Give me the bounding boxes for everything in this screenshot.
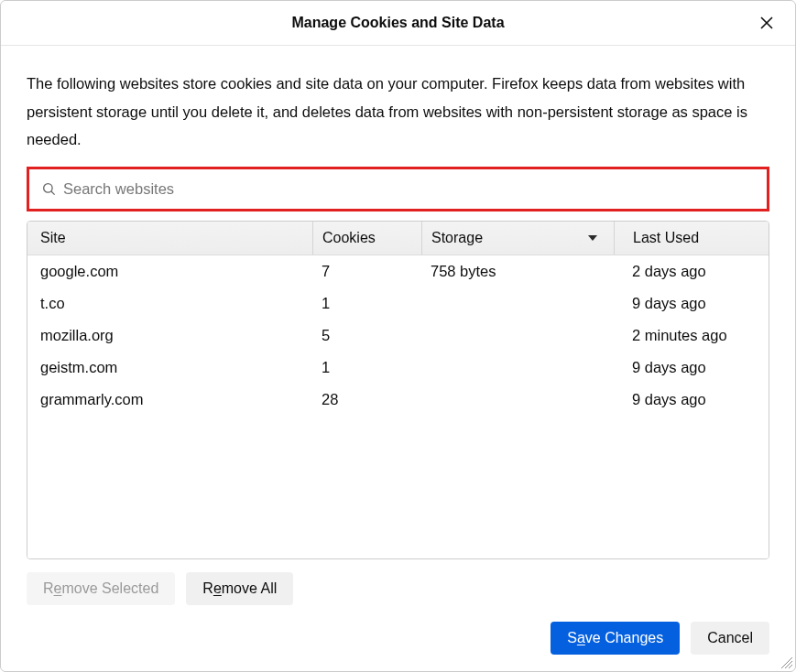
search-input[interactable] <box>63 180 754 198</box>
svg-line-3 <box>51 190 55 194</box>
cell-site: mozilla.org <box>27 327 312 344</box>
dialog-footer: Save Changes Cancel <box>1 622 795 671</box>
remove-selected-button[interactable]: Remove Selected <box>27 572 175 605</box>
cell-last-used: 2 minutes ago <box>614 327 769 344</box>
table-row[interactable]: grammarly.com289 days ago <box>27 384 769 416</box>
table-row[interactable]: geistm.com19 days ago <box>27 352 769 384</box>
close-icon <box>759 16 774 30</box>
dialog-content: The following websites store cookies and… <box>1 46 795 609</box>
table-header: Site Cookies Storage Last Used <box>27 222 769 255</box>
cell-cookies: 7 <box>312 263 421 280</box>
search-highlight-box <box>27 167 769 211</box>
cell-last-used: 9 days ago <box>614 359 769 376</box>
sites-table: Site Cookies Storage Last Used google.co… <box>27 221 769 559</box>
cell-last-used: 9 days ago <box>614 391 769 408</box>
column-label: Site <box>40 230 66 246</box>
cell-cookies: 1 <box>312 295 421 312</box>
dialog-header: Manage Cookies and Site Data <box>1 1 795 46</box>
dialog-title: Manage Cookies and Site Data <box>291 15 504 31</box>
cell-storage: 758 bytes <box>421 263 614 280</box>
column-label: Cookies <box>322 230 376 246</box>
cell-last-used: 9 days ago <box>614 295 769 312</box>
dialog-description: The following websites store cookies and… <box>27 70 769 154</box>
table-row[interactable]: google.com7758 bytes2 days ago <box>27 255 769 287</box>
table-body[interactable]: google.com7758 bytes2 days agot.co19 day… <box>27 255 769 558</box>
close-button[interactable] <box>757 13 777 33</box>
svg-line-6 <box>789 665 792 668</box>
cell-cookies: 5 <box>312 327 421 344</box>
column-header-last-used[interactable]: Last Used <box>614 222 769 255</box>
search-box[interactable] <box>33 173 763 205</box>
save-changes-button[interactable]: Save Changes <box>551 622 680 655</box>
table-row[interactable]: mozilla.org52 minutes ago <box>27 320 769 352</box>
cell-last-used: 2 days ago <box>614 263 769 280</box>
cell-site: grammarly.com <box>27 391 312 408</box>
cell-site: t.co <box>27 295 312 312</box>
column-header-storage[interactable]: Storage <box>421 222 614 255</box>
column-header-cookies[interactable]: Cookies <box>312 222 421 255</box>
table-actions: Remove Selected Remove All <box>27 572 769 605</box>
cell-cookies: 28 <box>312 391 421 408</box>
column-label: Last Used <box>633 230 699 246</box>
column-label: Storage <box>431 230 483 246</box>
column-header-site[interactable]: Site <box>27 222 312 255</box>
sort-descending-icon <box>588 235 597 241</box>
resize-grip-icon[interactable] <box>779 655 793 669</box>
cell-cookies: 1 <box>312 359 421 376</box>
svg-point-2 <box>44 183 52 191</box>
cell-site: google.com <box>27 263 312 280</box>
search-icon <box>42 182 56 196</box>
table-row[interactable]: t.co19 days ago <box>27 287 769 320</box>
svg-line-5 <box>785 661 792 668</box>
cancel-button[interactable]: Cancel <box>691 622 769 655</box>
cell-site: geistm.com <box>27 359 312 376</box>
remove-all-button[interactable]: Remove All <box>186 572 293 605</box>
manage-cookies-dialog: Manage Cookies and Site Data The followi… <box>0 0 796 672</box>
